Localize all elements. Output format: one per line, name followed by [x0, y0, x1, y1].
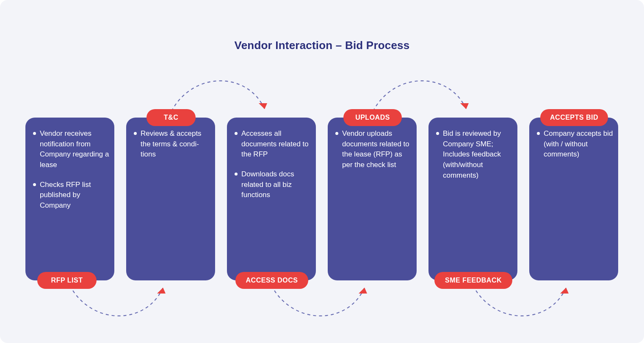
step-card-uploads: Vendor uploads documents related to the …: [328, 118, 417, 280]
step-badge-tc: T&C: [146, 109, 196, 126]
step-badge-rfp-list: RFP LIST: [37, 272, 97, 289]
svg-marker-1: [460, 103, 469, 109]
svg-marker-4: [560, 288, 569, 294]
step-card-access-docs: Accesses all documents related to the RF…: [227, 118, 316, 280]
diagram-title: Vendor Interaction – Bid Process: [0, 39, 644, 52]
step-bullets: Bid is reviewed by Company SME; Includes…: [434, 129, 512, 181]
svg-marker-0: [259, 103, 267, 109]
step-bullet: Downloads docs related to all biz functi…: [233, 169, 311, 200]
step-card-tc: Reviews & accepts the terms & condi­tion…: [126, 118, 215, 280]
step-card-sme-feedback: Bid is reviewed by Company SME; Includes…: [428, 118, 517, 280]
svg-marker-3: [359, 288, 367, 294]
step-bullet: Reviews & accepts the terms & condi­tion…: [132, 129, 210, 160]
step-badge-access-docs: ACCESS DOCS: [235, 272, 308, 289]
step-badge-accepts-bid: ACCEPTS BID: [540, 109, 608, 126]
step-bullet: Checks RFP list published by Company: [31, 180, 109, 211]
step-bullets: Company accepts bid (with / without comm…: [535, 129, 613, 160]
step-bullets: Vendor receives notification from Compan…: [31, 129, 109, 211]
step-bullet: Accesses all documents related to the RF…: [233, 129, 311, 160]
step-bullet: Bid is reviewed by Company SME; Includes…: [434, 129, 512, 181]
step-bullets: Accesses all documents related to the RF…: [233, 129, 311, 200]
step-bullets: Reviews & accepts the terms & condi­tion…: [132, 129, 210, 160]
step-badge-uploads: UPLOADS: [343, 109, 402, 126]
step-bullet: Vendor receives notification from Compan…: [31, 129, 109, 170]
diagram-canvas: Vendor Interaction – Bid Process Vendor …: [0, 0, 644, 343]
step-badge-sme-feedback: SME FEEDBACK: [434, 272, 512, 289]
step-bullet: Vendor uploads documents related to the …: [334, 129, 412, 170]
step-card-accepts-bid: Company accepts bid (with / without comm…: [529, 118, 618, 280]
step-card-rfp-list: Vendor receives notification from Compan…: [25, 118, 114, 280]
step-bullets: Vendor uploads documents related to the …: [334, 129, 412, 170]
svg-marker-2: [157, 288, 166, 294]
step-bullet: Company accepts bid (with / without comm…: [535, 129, 613, 160]
